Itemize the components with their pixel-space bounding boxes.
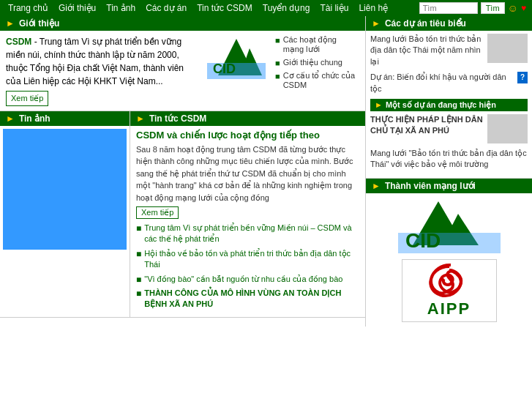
right-item-1: Mang lưới Bảo tồn tri thức bản địa dân t… <box>370 34 528 67</box>
nav-gioi-thieu[interactable]: Giới thiệu <box>53 0 101 16</box>
nav-trang-chu[interactable]: Trang chủ <box>3 0 53 16</box>
tin-tuc-list-item-4[interactable]: THÀNH CÔNG CỦA MÔ HÌNH VÙNG AN TOÀN DỊCH… <box>144 288 359 310</box>
brand-name: CSDM <box>6 37 31 47</box>
section-arrow-icon: ► <box>6 18 15 29</box>
list-bullet-4: ■ <box>136 288 141 299</box>
tin-tuc-header: ► Tin tức CSDM <box>130 111 365 126</box>
list-bullet-3: ■ <box>136 275 141 285</box>
sub-arrow-icon: ► <box>375 100 383 109</box>
nav-lien-he[interactable]: Liên hệ <box>353 0 393 16</box>
gioi-thieu-menu: ■ Các hoạt động mạng lưới ■ Giới thiệu c… <box>275 35 359 93</box>
tin-tuc-list-item-2[interactable]: Hội thảo về bảo tồn và phát triển tri th… <box>144 248 359 271</box>
list-bullet-2: ■ <box>136 249 141 259</box>
nav-tin-tuc[interactable]: Tin tức CSDM <box>192 0 258 16</box>
right-item-2: Dự án: Biến đổi khí hậu và người dân tộc… <box>370 72 528 94</box>
csdm-brand-logo: CID <box>398 198 501 256</box>
gioi-thieu-section: ► Giới thiệu CSDM - Trung tâm Vì sự phát… <box>0 16 365 111</box>
tin-anh-image <box>3 129 127 250</box>
thanh-vien-header: ► Thành viên mạng lưới <box>366 179 532 193</box>
cac-du-an-arrow-icon: ► <box>372 18 381 29</box>
badge-icon: ? <box>517 72 528 83</box>
cac-du-an-header: ► Các dự án tiêu biểu <box>366 16 532 31</box>
right-item-1-link[interactable]: Mang lưới Bảo tồn tri thức bản địa dân t… <box>370 34 481 66</box>
heart-icon: ♥ <box>521 3 526 13</box>
menu-bullet-3: ■ <box>275 72 280 81</box>
right-item-5: Mang lưới "Bảo tồn tri thức bản địa dân … <box>370 148 528 171</box>
search-button[interactable]: Tìm <box>481 2 505 14</box>
tin-tuc-list: ■ Trung tâm Vì sự phát triển bền vững Mi… <box>136 223 359 310</box>
right-item-4-link[interactable]: THỰC HIỆN PHÁP LỆNH DÂN CHỦ TẠI XÃ AN PH… <box>370 115 483 135</box>
menu-item-3[interactable]: Cơ cấu tổ chức của CSDM <box>283 71 359 89</box>
aipp-label: AIPP <box>427 299 471 318</box>
aipp-logo: AIPP <box>402 259 497 322</box>
tin-tuc-main-title[interactable]: CSDM và chiến lược hoạt động tiếp theo <box>136 130 359 141</box>
right-item-4: THỰC HIỆN PHÁP LỆNH DÂN CHỦ TẠI XÃ AN PH… <box>370 114 528 143</box>
list-bullet-1: ■ <box>136 223 141 234</box>
nav-cac-du-an[interactable]: Các dự án <box>141 0 192 16</box>
nav-tuyen-dung[interactable]: Tuyển dụng <box>258 0 315 16</box>
search-input[interactable] <box>419 2 478 14</box>
nav-tai-lieu[interactable]: Tài liệu <box>315 0 353 16</box>
thanh-vien-content: CID AIPP <box>366 193 532 327</box>
menu-bullet-2: ■ <box>275 59 280 67</box>
menu-bullet-1: ■ <box>275 36 280 45</box>
gioi-thieu-xem-tiep[interactable]: Xem tiếp <box>6 91 48 106</box>
tin-tuc-arrow-icon: ► <box>136 113 145 124</box>
right-item-2-link[interactable]: Dự án: Biến đổi khí hậu và người dân tộc <box>370 72 514 94</box>
right-column: ► Các dự án tiêu biểu Mang lưới Bảo tồn … <box>366 16 532 327</box>
right-item-4-img <box>487 114 528 143</box>
svg-text:CID: CID <box>213 61 236 76</box>
cac-du-an-section: ► Các dự án tiêu biểu Mang lưới Bảo tồn … <box>366 16 532 179</box>
tin-anh-arrow-icon: ► <box>6 113 15 124</box>
tin-tuc-section: ► Tin tức CSDM CSDM và chiến lược hoạt đ… <box>130 111 365 317</box>
tin-tuc-xem-tiep[interactable]: Xem tiếp <box>136 206 179 219</box>
tin-tuc-main-body: Sau 8 năm hoạt động trung tâm CSDM đã từ… <box>136 143 359 204</box>
tin-anh-section: ► Tin ảnh <box>0 111 130 317</box>
right-item-1-img <box>487 34 528 63</box>
sub-section-header: ► Một số dự án đang thực hiện <box>370 99 528 111</box>
gioi-thieu-body: - Trung tâm Vì sự phát triển bền vững mi… <box>6 37 184 86</box>
thanh-vien-section: ► Thành viên mạng lưới CID <box>366 179 532 327</box>
svg-text:CID: CID <box>405 229 441 252</box>
tin-tuc-list-item-1[interactable]: Trung tâm Vì sự phát triển bền vững Miền… <box>144 223 359 245</box>
csdm-logo: CID <box>203 35 269 83</box>
thanh-vien-arrow-icon: ► <box>372 181 381 191</box>
user-icon: ☺ <box>508 2 518 14</box>
right-item-5-link[interactable]: Mang lưới "Bảo tồn tri thức bản địa dân … <box>370 149 527 168</box>
tin-tuc-list-item-3[interactable]: "Vì đồng bào" cần bắt nguồn từ nhu cầu c… <box>144 274 342 285</box>
menu-item-2[interactable]: Giới thiệu chung <box>283 58 342 67</box>
tin-anh-header: ► Tin ảnh <box>0 111 130 126</box>
gioi-thieu-header: ► Giới thiệu <box>0 16 365 31</box>
nav-tin-anh[interactable]: Tin ảnh <box>101 0 141 16</box>
menu-item-1[interactable]: Các hoạt động mạng lưới <box>283 35 359 54</box>
nav-bar: Trang chủ Giới thiệu Tin ảnh Các dự án T… <box>0 0 532 16</box>
